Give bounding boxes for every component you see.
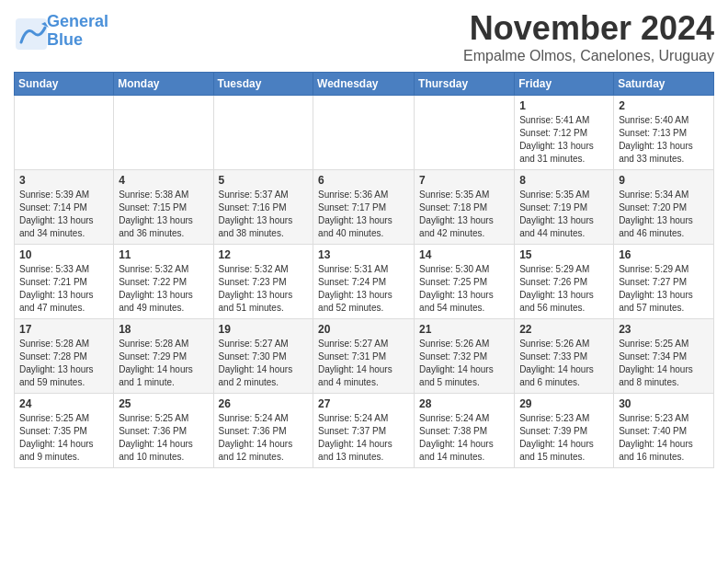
calendar-cell: 5Sunrise: 5:37 AM Sunset: 7:16 PM Daylig… bbox=[213, 170, 313, 245]
calendar-cell: 12Sunrise: 5:32 AM Sunset: 7:23 PM Dayli… bbox=[213, 245, 313, 319]
day-info: Sunrise: 5:38 AM Sunset: 7:15 PM Dayligh… bbox=[119, 189, 208, 240]
day-of-week-header: Friday bbox=[515, 73, 614, 96]
day-info: Sunrise: 5:39 AM Sunset: 7:14 PM Dayligh… bbox=[19, 189, 108, 240]
day-info: Sunrise: 5:23 AM Sunset: 7:39 PM Dayligh… bbox=[519, 412, 609, 464]
day-number: 2 bbox=[619, 99, 709, 112]
calendar-cell: 9Sunrise: 5:34 AM Sunset: 7:20 PM Daylig… bbox=[614, 170, 714, 245]
calendar-week: 17Sunrise: 5:28 AM Sunset: 7:28 PM Dayli… bbox=[15, 319, 714, 394]
calendar-cell: 29Sunrise: 5:23 AM Sunset: 7:39 PM Dayli… bbox=[515, 394, 614, 468]
day-number: 8 bbox=[519, 174, 609, 187]
day-info: Sunrise: 5:25 AM Sunset: 7:36 PM Dayligh… bbox=[119, 412, 208, 464]
day-info: Sunrise: 5:29 AM Sunset: 7:26 PM Dayligh… bbox=[519, 263, 609, 315]
day-info: Sunrise: 5:30 AM Sunset: 7:25 PM Dayligh… bbox=[419, 263, 509, 315]
day-info: Sunrise: 5:31 AM Sunset: 7:24 PM Dayligh… bbox=[318, 263, 409, 315]
calendar-week: 1Sunrise: 5:41 AM Sunset: 7:12 PM Daylig… bbox=[15, 96, 714, 170]
day-number: 11 bbox=[119, 248, 208, 261]
logo-blue: Blue bbox=[47, 30, 83, 49]
calendar-week: 10Sunrise: 5:33 AM Sunset: 7:21 PM Dayli… bbox=[15, 245, 714, 319]
title-area: November 2024 Empalme Olmos, Canelones, … bbox=[463, 9, 714, 64]
day-info: Sunrise: 5:37 AM Sunset: 7:16 PM Dayligh… bbox=[219, 189, 309, 240]
day-info: Sunrise: 5:27 AM Sunset: 7:30 PM Dayligh… bbox=[219, 338, 309, 389]
day-info: Sunrise: 5:27 AM Sunset: 7:31 PM Dayligh… bbox=[318, 338, 409, 389]
day-number: 19 bbox=[219, 323, 309, 336]
calendar-cell: 7Sunrise: 5:35 AM Sunset: 7:18 PM Daylig… bbox=[415, 170, 515, 245]
calendar-cell bbox=[114, 96, 213, 170]
day-number: 14 bbox=[419, 248, 509, 261]
day-info: Sunrise: 5:32 AM Sunset: 7:22 PM Dayligh… bbox=[119, 263, 208, 315]
day-info: Sunrise: 5:24 AM Sunset: 7:36 PM Dayligh… bbox=[219, 412, 309, 464]
day-number: 28 bbox=[419, 397, 509, 410]
logo-text: General Blue bbox=[47, 13, 108, 50]
calendar-cell bbox=[213, 96, 313, 170]
day-info: Sunrise: 5:25 AM Sunset: 7:35 PM Dayligh… bbox=[19, 412, 108, 464]
day-number: 9 bbox=[619, 174, 709, 187]
days-of-week-header: SundayMondayTuesdayWednesdayThursdayFrid… bbox=[15, 73, 714, 96]
calendar-cell: 17Sunrise: 5:28 AM Sunset: 7:28 PM Dayli… bbox=[15, 319, 114, 394]
calendar-cell: 6Sunrise: 5:36 AM Sunset: 7:17 PM Daylig… bbox=[313, 170, 415, 245]
day-number: 3 bbox=[19, 174, 108, 187]
day-number: 16 bbox=[619, 248, 709, 261]
calendar-cell: 10Sunrise: 5:33 AM Sunset: 7:21 PM Dayli… bbox=[15, 245, 114, 319]
calendar-cell: 20Sunrise: 5:27 AM Sunset: 7:31 PM Dayli… bbox=[313, 319, 415, 394]
calendar-cell: 15Sunrise: 5:29 AM Sunset: 7:26 PM Dayli… bbox=[515, 245, 614, 319]
calendar-cell: 21Sunrise: 5:26 AM Sunset: 7:32 PM Dayli… bbox=[415, 319, 515, 394]
logo: General Blue bbox=[14, 13, 108, 50]
calendar-body: 1Sunrise: 5:41 AM Sunset: 7:12 PM Daylig… bbox=[15, 96, 714, 468]
calendar-cell: 23Sunrise: 5:25 AM Sunset: 7:34 PM Dayli… bbox=[614, 319, 714, 394]
day-of-week-header: Monday bbox=[114, 73, 213, 96]
day-info: Sunrise: 5:23 AM Sunset: 7:40 PM Dayligh… bbox=[619, 412, 709, 464]
calendar-table: SundayMondayTuesdayWednesdayThursdayFrid… bbox=[14, 72, 714, 468]
day-number: 21 bbox=[419, 323, 509, 336]
calendar-cell bbox=[313, 96, 415, 170]
day-info: Sunrise: 5:36 AM Sunset: 7:17 PM Dayligh… bbox=[318, 189, 409, 240]
day-number: 24 bbox=[19, 397, 108, 410]
day-info: Sunrise: 5:25 AM Sunset: 7:34 PM Dayligh… bbox=[619, 338, 709, 389]
day-number: 22 bbox=[519, 323, 609, 336]
calendar-cell: 1Sunrise: 5:41 AM Sunset: 7:12 PM Daylig… bbox=[515, 96, 614, 170]
day-of-week-header: Thursday bbox=[415, 73, 515, 96]
day-info: Sunrise: 5:41 AM Sunset: 7:12 PM Dayligh… bbox=[519, 114, 609, 166]
day-info: Sunrise: 5:28 AM Sunset: 7:28 PM Dayligh… bbox=[19, 338, 108, 389]
day-number: 20 bbox=[318, 323, 409, 336]
day-of-week-header: Sunday bbox=[15, 73, 114, 96]
day-info: Sunrise: 5:33 AM Sunset: 7:21 PM Dayligh… bbox=[19, 263, 108, 315]
day-info: Sunrise: 5:35 AM Sunset: 7:19 PM Dayligh… bbox=[519, 189, 609, 240]
logo-icon bbox=[14, 17, 43, 46]
day-number: 23 bbox=[619, 323, 709, 336]
day-number: 27 bbox=[318, 397, 409, 410]
day-number: 10 bbox=[19, 248, 108, 261]
day-of-week-header: Tuesday bbox=[213, 73, 313, 96]
calendar-cell: 28Sunrise: 5:24 AM Sunset: 7:38 PM Dayli… bbox=[415, 394, 515, 468]
calendar-week: 3Sunrise: 5:39 AM Sunset: 7:14 PM Daylig… bbox=[15, 170, 714, 245]
day-of-week-header: Saturday bbox=[614, 73, 714, 96]
calendar-cell: 2Sunrise: 5:40 AM Sunset: 7:13 PM Daylig… bbox=[614, 96, 714, 170]
calendar-cell: 8Sunrise: 5:35 AM Sunset: 7:19 PM Daylig… bbox=[515, 170, 614, 245]
day-number: 4 bbox=[119, 174, 208, 187]
day-number: 15 bbox=[519, 248, 609, 261]
day-number: 5 bbox=[219, 174, 309, 187]
calendar-cell: 3Sunrise: 5:39 AM Sunset: 7:14 PM Daylig… bbox=[15, 170, 114, 245]
day-number: 7 bbox=[419, 174, 509, 187]
day-number: 18 bbox=[119, 323, 208, 336]
day-info: Sunrise: 5:26 AM Sunset: 7:32 PM Dayligh… bbox=[419, 338, 509, 389]
calendar-cell: 4Sunrise: 5:38 AM Sunset: 7:15 PM Daylig… bbox=[114, 170, 213, 245]
calendar-cell: 30Sunrise: 5:23 AM Sunset: 7:40 PM Dayli… bbox=[614, 394, 714, 468]
calendar-cell: 18Sunrise: 5:28 AM Sunset: 7:29 PM Dayli… bbox=[114, 319, 213, 394]
day-info: Sunrise: 5:28 AM Sunset: 7:29 PM Dayligh… bbox=[119, 338, 208, 389]
day-info: Sunrise: 5:35 AM Sunset: 7:18 PM Dayligh… bbox=[419, 189, 509, 240]
day-info: Sunrise: 5:26 AM Sunset: 7:33 PM Dayligh… bbox=[519, 338, 609, 389]
location-title: Empalme Olmos, Canelones, Uruguay bbox=[463, 48, 714, 64]
calendar-cell: 19Sunrise: 5:27 AM Sunset: 7:30 PM Dayli… bbox=[213, 319, 313, 394]
calendar-cell: 26Sunrise: 5:24 AM Sunset: 7:36 PM Dayli… bbox=[213, 394, 313, 468]
calendar-cell: 25Sunrise: 5:25 AM Sunset: 7:36 PM Dayli… bbox=[114, 394, 213, 468]
calendar-week: 24Sunrise: 5:25 AM Sunset: 7:35 PM Dayli… bbox=[15, 394, 714, 468]
day-number: 30 bbox=[619, 397, 709, 410]
day-info: Sunrise: 5:40 AM Sunset: 7:13 PM Dayligh… bbox=[619, 114, 709, 166]
calendar-cell: 14Sunrise: 5:30 AM Sunset: 7:25 PM Dayli… bbox=[415, 245, 515, 319]
logo-general: General bbox=[47, 12, 108, 30]
day-number: 12 bbox=[219, 248, 309, 261]
calendar-cell: 13Sunrise: 5:31 AM Sunset: 7:24 PM Dayli… bbox=[313, 245, 415, 319]
day-info: Sunrise: 5:32 AM Sunset: 7:23 PM Dayligh… bbox=[219, 263, 309, 315]
day-info: Sunrise: 5:24 AM Sunset: 7:37 PM Dayligh… bbox=[318, 412, 409, 464]
calendar-cell: 11Sunrise: 5:32 AM Sunset: 7:22 PM Dayli… bbox=[114, 245, 213, 319]
